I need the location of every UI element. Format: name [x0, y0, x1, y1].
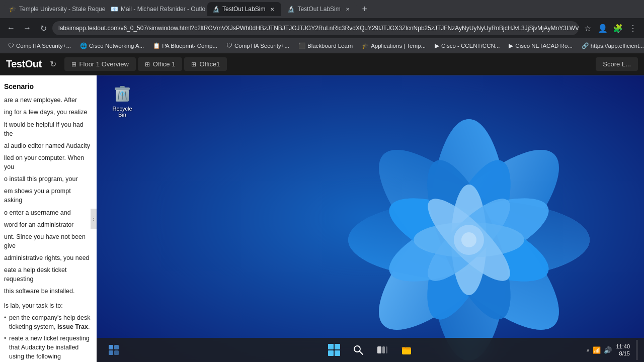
tab-3-close[interactable]: ✕: [268, 5, 276, 13]
back-button[interactable]: ←: [4, 21, 18, 35]
widgets-icon: [108, 344, 119, 355]
nav-actions: ☆ 👤 🧩 ⋮: [581, 21, 640, 35]
scenario-text-9: word for an administrator: [4, 220, 91, 229]
recycle-bin-icon[interactable]: Recycle Bin: [105, 80, 140, 121]
svg-rect-44: [402, 347, 407, 349]
bookmark-efficient-label: https://app.efficient...: [591, 43, 644, 49]
task-intro: is lab, your task is to:: [4, 301, 91, 310]
score-button[interactable]: Score L...: [596, 57, 638, 71]
scenario-text-8: o enter a username and: [4, 208, 91, 217]
bookmark-applications[interactable]: 🎓 Applications | Temp...: [358, 41, 430, 51]
taskbar-time-display: 11:40: [616, 343, 630, 350]
nav-tab-office1-label: Office 1: [153, 60, 176, 68]
scenario-text-2: ing for a few days, you realize: [4, 108, 91, 117]
svg-line-39: [359, 351, 363, 354]
refresh-button[interactable]: ↻: [36, 21, 50, 35]
svg-rect-35: [114, 345, 119, 349]
file-explorer-button[interactable]: [395, 339, 418, 361]
network-icon: 📶: [593, 346, 601, 354]
taskbar-right: ∧ 📶 🔊 11:40 8/15: [586, 340, 638, 360]
forward-button[interactable]: →: [20, 21, 34, 35]
score-label: Score L...: [603, 60, 631, 68]
profile-button[interactable]: 👤: [596, 21, 610, 35]
tab-4-label: TestOut LabSim: [297, 6, 340, 13]
task-item-2: reate a new ticket requesting that Audac…: [4, 334, 91, 362]
bookmarks-bar: 🛡 CompTIA Security+... 🌐 Cisco Networkin…: [0, 38, 644, 53]
tab-4-favicon: 🔬: [287, 6, 294, 13]
address-bar[interactable]: labsimapp.testout.com/v6_0_507/simwindow…: [52, 21, 579, 35]
tab-1-label: Temple University - Stale Request: [19, 6, 105, 13]
scenario-sidebar: Scenario are a new employee. After ing f…: [0, 75, 97, 362]
sidebar-toggle[interactable]: ⋮: [91, 209, 97, 229]
nav-tab-floor1[interactable]: ⊞ Floor 1 Overview: [64, 57, 136, 71]
scenario-text-12: eate a help desk ticket requesting: [4, 265, 91, 284]
bookmark-pa[interactable]: 📋 PA Blueprint- Comp...: [149, 41, 221, 51]
taskbar: ∧ 📶 🔊 11:40 8/15: [97, 338, 644, 362]
bookmark-cisco-ccent[interactable]: ▶ Cisco - CCENT/CCN...: [431, 41, 504, 51]
tab-4-close[interactable]: ✕: [344, 5, 352, 13]
bookmark-comptia-1-icon: 🛡: [8, 43, 14, 49]
sim-nav-tabs: ⊞ Floor 1 Overview ⊞ Office 1 ⊞ Office1: [64, 57, 590, 71]
office1-icon: ⊞: [145, 61, 150, 68]
bookmark-comptia-1[interactable]: 🛡 CompTIA Security+...: [4, 41, 75, 50]
scenario-title: Scenario: [4, 81, 91, 92]
new-tab-button[interactable]: +: [358, 2, 372, 16]
address-text: labsimapp.testout.com/v6_0_507/simwindow…: [58, 25, 579, 32]
bookmark-comptia-2[interactable]: 🛡 CompTIA Security+...: [222, 41, 293, 50]
bookmark-cisco-netacad-label: Cisco NETACAD Ro...: [515, 43, 573, 49]
tab-3[interactable]: 🔬 TestOut LabSim ✕: [207, 2, 281, 16]
svg-rect-30: [120, 86, 125, 88]
bookmark-button[interactable]: ☆: [581, 21, 595, 35]
start-button[interactable]: [323, 339, 345, 361]
logo-t: T: [6, 58, 11, 69]
main-area: Scenario are a new employee. After ing f…: [0, 75, 644, 362]
search-button[interactable]: [347, 339, 369, 361]
browser-chrome: 🎓 Temple University - Stale Request ✕ 📧 …: [0, 0, 644, 53]
nav-tab-office1[interactable]: ⊞ Office 1: [138, 57, 183, 71]
task-view-button[interactable]: [371, 339, 393, 361]
taskbar-center: [323, 339, 418, 361]
bookmark-blackboard[interactable]: ⬛ Blackboard Learn: [294, 41, 357, 51]
bookmark-cisco-netacad[interactable]: ▶ Cisco NETACAD Ro...: [505, 41, 577, 51]
taskbar-clock[interactable]: 11:40 8/15: [616, 343, 630, 357]
task-view-icon: [377, 344, 388, 355]
scenario-text-6: o install this program, your: [4, 174, 91, 184]
svg-rect-36: [109, 350, 113, 355]
svg-rect-42: [386, 346, 387, 353]
scenario-text-5: lled on your computer. When you: [4, 153, 91, 171]
task-list: pen the company's help desk ticketing sy…: [4, 313, 91, 362]
tab-1[interactable]: 🎓 Temple University - Stale Request ✕: [4, 2, 105, 16]
nav-tab-office1b[interactable]: ⊞ Office1: [184, 57, 227, 71]
tab-3-label: TestOut LabSim: [222, 6, 265, 13]
bookmark-efficient[interactable]: 🔗 https://app.efficient...: [578, 41, 644, 51]
tab-bar: 🎓 Temple University - Stale Request ✕ 📧 …: [0, 0, 644, 18]
scenario-text-10: unt. Since you have not been give: [4, 232, 91, 250]
bookmark-comptia-2-icon: 🛡: [226, 43, 232, 49]
bookmark-cisco-icon: 🌐: [80, 42, 87, 49]
file-explorer-icon: [401, 344, 412, 355]
tab-4[interactable]: 🔬 TestOut LabSim ✕: [282, 2, 356, 16]
scenario-text-3: it would be helpful if you had the: [4, 120, 91, 138]
floor1-icon: ⊞: [71, 61, 76, 68]
tray-chevron[interactable]: ∧: [586, 347, 590, 353]
office1b-icon: ⊞: [191, 61, 196, 68]
nav-tab-floor1-label: Floor 1 Overview: [79, 60, 129, 68]
system-tray: ∧ 📶 🔊: [586, 346, 612, 354]
testout-header: TestOut ↻ ⊞ Floor 1 Overview ⊞ Office 1 …: [0, 53, 644, 75]
scenario-text-11: administrative rights, you need: [4, 253, 91, 262]
tab-2[interactable]: 📧 Mail - Michael Refsnider - Outlo... ✕: [106, 2, 206, 16]
show-desktop-button[interactable]: [636, 340, 638, 360]
taskbar-widgets-button[interactable]: [103, 339, 125, 361]
recycle-bin-label: Recycle Bin: [108, 106, 137, 118]
desktop-area: Recycle Bin: [97, 75, 644, 362]
bookmark-cisco-ccent-label: Cisco - CCENT/CCN...: [441, 43, 500, 49]
search-icon: [353, 344, 364, 355]
menu-button[interactable]: ⋮: [626, 21, 640, 35]
extensions-button[interactable]: 🧩: [611, 21, 625, 35]
bookmark-cisco-ccent-icon: ▶: [435, 42, 439, 49]
task-item-1: pen the company's help desk ticketing sy…: [4, 313, 91, 331]
bookmark-cisco[interactable]: 🌐 Cisco Networking A...: [76, 41, 148, 51]
nav-tab-office1b-label: Office1: [199, 60, 220, 68]
tab-1-favicon: 🎓: [9, 6, 16, 13]
refresh-sim-button[interactable]: ↻: [48, 57, 58, 71]
